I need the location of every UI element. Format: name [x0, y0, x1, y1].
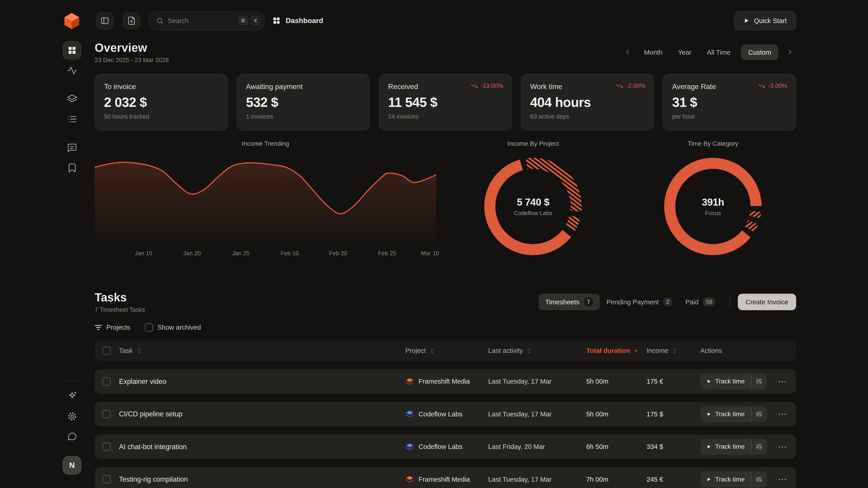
trending-down-icon [616, 83, 623, 90]
play-icon [706, 477, 711, 482]
actions-cell: Track time ⋯ [700, 471, 796, 487]
time-adjust-button[interactable] [751, 406, 767, 422]
row-menu-button[interactable]: ⋯ [778, 410, 787, 418]
column-total-duration[interactable]: Total duration [586, 347, 647, 355]
time-adjust-button[interactable] [751, 373, 767, 390]
table-row[interactable]: CI/CD pipeline setup Codeflow Labs Last … [95, 402, 796, 426]
actions-cell: Track time ⋯ [700, 373, 796, 390]
sidebar-item-dashboard[interactable] [63, 41, 81, 60]
stat-card-average-rate: Average Rate 31 $ per hour -3.00% [663, 74, 796, 131]
user-avatar[interactable]: N [63, 456, 81, 475]
row-checkbox[interactable] [102, 377, 111, 386]
stat-card-to-invoice: To invoice 2 032 $ 50 hours tracked [95, 74, 228, 131]
task-name: AI chat-bot integration [119, 443, 405, 451]
column-project[interactable]: Project [405, 347, 488, 355]
charts-row: Income Trending Jan 10 Jan 20 Jan 25 Feb… [95, 140, 796, 262]
overview-title: Overview [95, 41, 169, 55]
range-month-button[interactable]: Month [639, 44, 668, 60]
sidebar-item-assistant[interactable] [67, 391, 78, 401]
tab-pending-payment[interactable]: Pending Payment 2 [600, 294, 679, 310]
trend-badge: -2.00% [616, 83, 645, 90]
projects-filter-button[interactable]: Projects [95, 324, 130, 331]
range-all-time-button[interactable]: All Time [702, 44, 736, 60]
last-activity: Last Tuesday, 17 Mar [488, 410, 586, 418]
sidebar-item-settings[interactable] [67, 411, 78, 422]
table-row[interactable]: Testing-rig compilation Frameshift Media… [95, 467, 796, 488]
actions-cell: Track time ⋯ [700, 439, 796, 455]
last-activity: Last Tuesday, 17 Mar [488, 378, 586, 385]
show-archived-toggle: Show archived [145, 323, 201, 332]
project-layers-icon [405, 475, 414, 484]
select-all-checkbox[interactable] [102, 347, 111, 355]
sliders-icon [756, 443, 762, 450]
column-actions: Actions [700, 347, 796, 355]
message-circle-icon [67, 431, 78, 442]
trend-badge: -3.00% [758, 83, 787, 90]
income: 245 € [647, 476, 700, 483]
time-adjust-button[interactable] [751, 471, 767, 487]
total-duration: 5h 00m [586, 378, 647, 385]
sidebar-item-activity[interactable] [67, 65, 78, 76]
project-layers-icon [405, 377, 414, 386]
total-duration: 6h 50m [586, 443, 647, 451]
project-name: Frameshift Media [418, 476, 470, 483]
total-duration: 7h 00m [586, 476, 647, 483]
x-axis-labels: Jan 10 Jan 20 Jan 25 Feb 10 Feb 20 Feb 2… [95, 250, 436, 258]
column-last-activity[interactable]: Last activity [488, 347, 586, 355]
stat-card-work-time: Work time 404 hours 63 active days -2.00… [521, 74, 654, 131]
tasks-subtitle: 7 Timesheet Tasks [95, 306, 145, 313]
sidebar-divider [62, 381, 82, 381]
sidebar-item-notes[interactable] [67, 143, 78, 153]
create-invoice-button[interactable]: Create Invoice [738, 294, 796, 310]
donut-center: 391h Focus [657, 151, 768, 262]
sliders-icon [756, 411, 762, 417]
sidebar-item-tasks[interactable] [67, 114, 78, 125]
play-icon [706, 379, 711, 384]
tab-timesheets[interactable]: Timesheets 7 [539, 294, 600, 310]
row-checkbox[interactable] [102, 410, 111, 418]
income-trending-svg [95, 155, 436, 242]
project-layers-icon [405, 442, 414, 451]
dashboard-icon [67, 46, 77, 55]
row-checkbox[interactable] [102, 475, 111, 484]
activity-icon [67, 65, 78, 76]
table-row[interactable]: Explainer video Frameshift Media Last Tu… [95, 369, 796, 394]
sort-icon [136, 348, 142, 354]
range-year-button[interactable]: Year [673, 44, 696, 60]
tab-paid[interactable]: Paid 59 [679, 294, 721, 310]
income: 175 $ [647, 410, 700, 418]
project-cell: Codeflow Labs [405, 410, 488, 418]
row-menu-button[interactable]: ⋯ [778, 377, 787, 386]
track-time-button[interactable]: Track time [700, 471, 767, 487]
tasks-table: Task Project Last activity Total duratio… [95, 340, 796, 488]
sparkles-icon [67, 391, 78, 401]
row-menu-button[interactable]: ⋯ [778, 442, 787, 451]
column-task[interactable]: Task [119, 347, 405, 355]
range-next-button[interactable] [784, 46, 796, 59]
show-archived-checkbox[interactable] [145, 323, 153, 332]
sidebar-item-support[interactable] [67, 431, 78, 442]
main-content: Overview 23 Dec 2025 - 23 Mar 2026 Month… [95, 0, 796, 488]
range-custom-button[interactable]: Custom [741, 44, 778, 60]
filter-icon [95, 324, 102, 331]
row-menu-button[interactable]: ⋯ [778, 475, 787, 484]
tasks-header: Tasks 7 Timesheet Tasks Timesheets 7 Pen… [95, 291, 796, 313]
project-cell: Codeflow Labs [405, 442, 488, 451]
income: 334 $ [647, 443, 700, 451]
time-by-category-chart: Time By Category 391h Focus [630, 140, 796, 262]
sidebar-item-projects[interactable] [67, 94, 78, 105]
task-name: Testing-rig compilation [119, 475, 405, 483]
range-prev-button[interactable] [621, 46, 633, 59]
track-time-button[interactable]: Track time [700, 406, 767, 422]
divider [730, 296, 730, 308]
row-checkbox[interactable] [102, 443, 111, 451]
sidebar-item-bookmarks[interactable] [67, 163, 78, 173]
overview-header: Overview 23 Dec 2025 - 23 Mar 2026 Month… [95, 41, 796, 64]
track-time-button[interactable]: Track time [700, 439, 767, 455]
column-income[interactable]: Income [647, 347, 700, 355]
time-adjust-button[interactable] [751, 439, 767, 455]
track-time-button[interactable]: Track time [700, 373, 767, 390]
actions-cell: Track time ⋯ [700, 406, 796, 422]
table-row[interactable]: AI chat-bot integration Codeflow Labs La… [95, 434, 796, 459]
tab-count-badge: 2 [663, 297, 672, 306]
